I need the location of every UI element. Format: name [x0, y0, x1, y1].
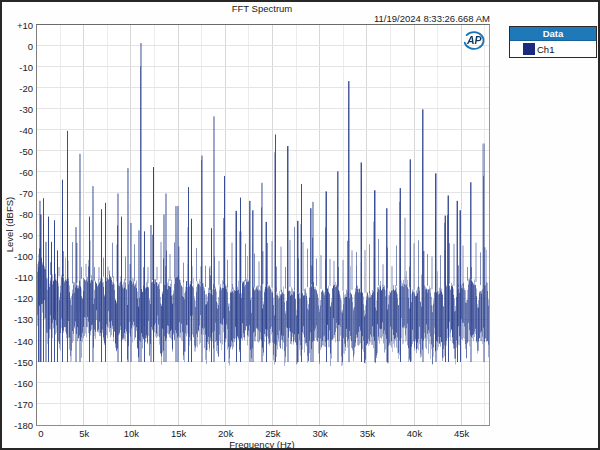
x-tick-label: 40k [393, 428, 437, 439]
y-tick-label: -150 [2, 357, 33, 368]
legend-items: Ch1 [510, 41, 596, 57]
ap-logo: AP [462, 30, 488, 52]
legend-swatch-icon [523, 43, 535, 55]
y-tick-label: -170 [2, 399, 33, 410]
x-tick-label: 15k [157, 428, 201, 439]
fft-spectrum-window: FFT Spectrum 11/19/2024 8:33:26.668 AM L… [0, 0, 600, 450]
y-tick-label: -100 [2, 251, 33, 262]
legend-panel[interactable]: Data Ch1 [509, 26, 597, 58]
y-tick-label: -10 [2, 62, 33, 73]
timestamp: 11/19/2024 8:33:26.668 AM [2, 13, 490, 24]
x-tick-label: 0 [19, 428, 63, 439]
x-tick-label: 30k [298, 428, 342, 439]
ap-logo-text: AP [465, 34, 482, 46]
legend-item[interactable]: Ch1 [510, 41, 596, 57]
y-tick-label: -140 [2, 336, 33, 347]
y-tick-label: -110 [2, 272, 33, 283]
y-tick-label: -70 [2, 188, 33, 199]
y-tick-label: -30 [2, 104, 33, 115]
y-axis-title: Level (dBFS) [4, 190, 15, 260]
y-tick-label: -20 [2, 83, 33, 94]
x-tick-label: 10k [109, 428, 153, 439]
y-tick-label: -90 [2, 230, 33, 241]
y-tick-label: -160 [2, 378, 33, 389]
legend-item-label: Ch1 [537, 44, 554, 55]
y-tick-label: -130 [2, 314, 33, 325]
spectrum-plot[interactable] [37, 25, 489, 425]
y-tick-label: +10 [2, 20, 33, 31]
x-tick-label: 5k [62, 428, 106, 439]
legend-header[interactable]: Data [510, 27, 596, 41]
y-tick-label: -80 [2, 209, 33, 220]
y-tick-label: -40 [2, 125, 33, 136]
x-tick-label: 20k [204, 428, 248, 439]
x-tick-label: 35k [345, 428, 389, 439]
y-tick-label: 0 [2, 41, 33, 52]
x-tick-label: 45k [440, 428, 484, 439]
y-tick-label: -120 [2, 293, 33, 304]
y-tick-label: -50 [2, 146, 33, 157]
x-axis-title: Frequency (Hz) [36, 439, 488, 450]
y-tick-label: -60 [2, 167, 33, 178]
x-tick-label: 25k [251, 428, 295, 439]
